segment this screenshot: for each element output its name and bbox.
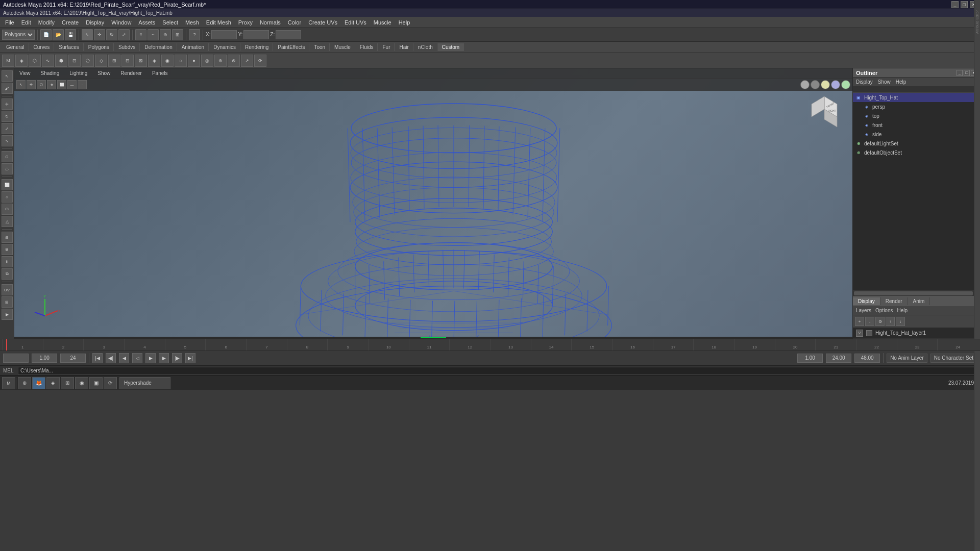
shelf-icon-8[interactable]: ◇ xyxy=(95,55,107,67)
shelf-icon-9[interactable]: ⊞ xyxy=(108,55,120,67)
split-btn[interactable]: ⋓ xyxy=(2,244,13,255)
shelf-icon-15[interactable]: ● xyxy=(188,55,200,67)
shelf-icon-6[interactable]: ⊡ xyxy=(68,55,81,67)
minimize-btn[interactable]: _ xyxy=(951,1,959,8)
no-anim-layer-field[interactable]: No Anim Layer xyxy=(887,354,927,363)
viewport-renderer-menu[interactable]: Renderer xyxy=(118,69,144,77)
outliner-item-1[interactable]: ◈ persp xyxy=(853,102,980,111)
layer-new-btn[interactable]: + xyxy=(855,317,864,326)
cylinder-btn[interactable]: ⬭ xyxy=(2,204,13,215)
layer-options-btn[interactable]: ⚙ xyxy=(875,317,885,326)
tab-display[interactable]: Display xyxy=(853,297,880,305)
shelf-icon-11[interactable]: ⊠ xyxy=(135,55,147,67)
channel-help-menu[interactable]: Help xyxy=(897,308,908,313)
move-btn[interactable]: ✛ xyxy=(2,98,13,110)
sound-end-field[interactable]: 48.00 xyxy=(854,354,880,363)
shelf-icon-4[interactable]: ∿ xyxy=(42,55,54,67)
outliner-show-menu[interactable]: Show xyxy=(878,79,891,85)
menu-select[interactable]: Select xyxy=(159,18,181,27)
outliner-item-0[interactable]: ▣ Hight_Top_Hat xyxy=(853,93,980,102)
outliner-display-menu[interactable]: Display xyxy=(856,79,873,85)
snap-grid-btn[interactable]: # xyxy=(135,29,146,40)
outliner-restore-btn[interactable]: □ xyxy=(964,70,970,76)
timeline[interactable]: 1 2 3 4 5 6 7 8 9 10 11 12 13 14 15 16 1… xyxy=(0,339,980,351)
cone-btn[interactable]: △ xyxy=(2,216,13,227)
outliner-item-3[interactable]: ◈ front xyxy=(853,120,980,130)
sphere-btn[interactable]: ○ xyxy=(2,191,13,203)
menu-display[interactable]: Display xyxy=(83,18,107,27)
next-frame-btn[interactable]: ▶ xyxy=(159,353,169,363)
next-key-btn[interactable]: |▶ xyxy=(172,353,182,363)
rotate-btn[interactable]: ↻ xyxy=(2,111,13,122)
tick-20[interactable]: 20 xyxy=(775,339,816,350)
snap-point-btn[interactable]: ⊕ xyxy=(160,29,171,40)
shelf-hair[interactable]: Hair xyxy=(395,43,413,51)
shelf-deformation[interactable]: Deformation xyxy=(140,43,177,51)
taskbar-btn-1[interactable]: ⊕ xyxy=(18,377,31,389)
help-line-btn[interactable]: ? xyxy=(189,29,200,40)
tick-17[interactable]: 17 xyxy=(653,339,694,350)
shelf-custom[interactable]: Custom xyxy=(438,43,464,51)
viewport-show-menu[interactable]: Show xyxy=(95,69,112,77)
tick-22[interactable]: 22 xyxy=(856,339,897,350)
range-start-field[interactable]: 1.00 xyxy=(797,354,823,363)
vp-select-btn[interactable]: ↖ xyxy=(16,80,26,89)
layer-delete-btn[interactable]: - xyxy=(865,317,874,326)
outliner-item-6[interactable]: ⊕ defaultObjectSet xyxy=(853,148,980,157)
vp-shade-btn-4[interactable] xyxy=(831,80,840,89)
outliner-help-menu[interactable]: Help xyxy=(896,79,906,85)
vp-shade-btn-3[interactable] xyxy=(821,80,830,89)
bevel-btn[interactable]: ⧉ xyxy=(2,268,13,280)
tick-24[interactable]: 24 xyxy=(937,339,978,350)
start-frame-field[interactable]: 1.00 xyxy=(32,354,57,363)
viewport-view-menu[interactable]: View xyxy=(17,69,33,77)
tick-18[interactable]: 18 xyxy=(693,339,734,350)
tick-13[interactable]: 13 xyxy=(490,339,531,350)
taskbar-btn-3[interactable]: ◈ xyxy=(46,377,60,389)
menu-help[interactable]: Help xyxy=(396,18,413,27)
y-field[interactable] xyxy=(243,30,269,39)
merge-btn[interactable]: ⋒ xyxy=(2,232,13,243)
menu-window[interactable]: Window xyxy=(108,18,134,27)
taskbar-btn-5[interactable]: ◉ xyxy=(75,377,88,389)
tick-3[interactable]: 3 xyxy=(83,339,124,350)
tick-11[interactable]: 11 xyxy=(409,339,450,350)
shelf-fluids[interactable]: Fluids xyxy=(356,43,378,51)
current-time-field[interactable] xyxy=(3,354,29,363)
shelf-fur[interactable]: Fur xyxy=(378,43,395,51)
taskbar-btn-6[interactable]: ▣ xyxy=(89,377,103,389)
range-end-field[interactable]: 24.00 xyxy=(826,354,851,363)
texture-btn[interactable]: ⊞ xyxy=(2,296,13,308)
tick-2[interactable]: 2 xyxy=(43,339,84,350)
tick-1[interactable]: 1 xyxy=(2,339,43,350)
tick-23[interactable]: 23 xyxy=(897,339,938,350)
tick-15[interactable]: 15 xyxy=(571,339,612,350)
layer-up-btn[interactable]: ↑ xyxy=(886,317,895,326)
cube-btn[interactable]: ⬜ xyxy=(2,179,13,190)
prev-frame-btn[interactable]: ◀ xyxy=(119,353,129,363)
vp-vert-btn[interactable]: · xyxy=(78,80,87,89)
viewport-panels-menu[interactable]: Panels xyxy=(150,69,170,77)
render-btn[interactable]: ▶ xyxy=(2,309,13,320)
viewport-shading-menu[interactable]: Shading xyxy=(39,69,62,77)
vp-face-btn[interactable]: ⬜ xyxy=(57,80,66,89)
transform-btn[interactable]: ⤡ xyxy=(2,135,13,146)
vp-shade-btn-5[interactable] xyxy=(841,80,850,89)
new-scene-btn[interactable]: 📄 xyxy=(40,29,52,40)
move-tool-btn[interactable]: ✛ xyxy=(94,29,105,40)
shelf-polygons[interactable]: Polygons xyxy=(84,43,114,51)
tick-5[interactable]: 5 xyxy=(165,339,206,350)
tick-21[interactable]: 21 xyxy=(815,339,856,350)
select-tool-btn[interactable]: ↖ xyxy=(82,29,93,40)
channel-layers-menu[interactable]: Layers xyxy=(856,308,871,313)
prev-key-btn[interactable]: ◀| xyxy=(106,353,116,363)
tick-16[interactable]: 16 xyxy=(612,339,653,350)
tick-4[interactable]: 4 xyxy=(124,339,165,350)
menu-edit[interactable]: Edit xyxy=(18,18,34,27)
taskbar-maya-btn[interactable]: M xyxy=(2,377,15,389)
shelf-icon-18[interactable]: ⊗ xyxy=(228,55,240,67)
shelf-icon-3[interactable]: ⬡ xyxy=(29,55,41,67)
vp-shade-btn-2[interactable] xyxy=(811,80,820,89)
uv-btn[interactable]: UV xyxy=(2,284,13,295)
paint-btn[interactable]: 🖌 xyxy=(2,83,13,94)
